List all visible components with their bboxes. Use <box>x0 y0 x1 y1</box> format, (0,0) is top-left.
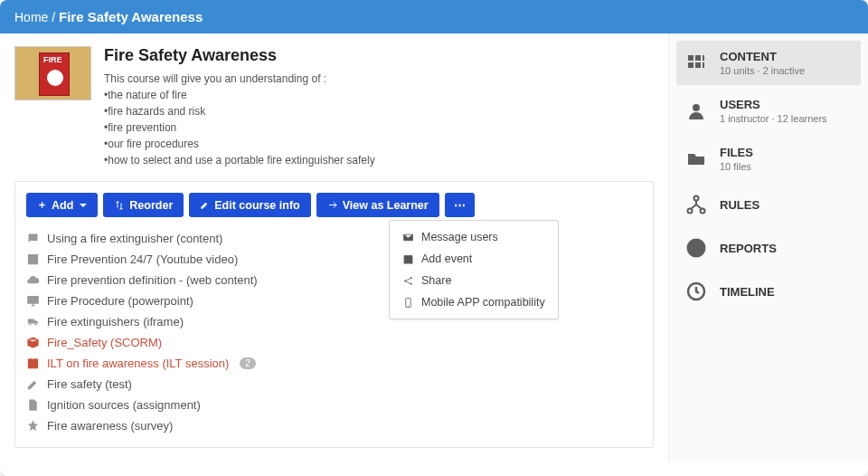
course-description-intro: This course will give you an understandi… <box>104 71 375 87</box>
unit-row[interactable]: Fire_Safety (SCORM) <box>26 332 642 353</box>
course-description-line: •the nature of fire <box>104 87 375 103</box>
dropdown-item-message-users[interactable]: Message users <box>390 226 558 248</box>
sidebar-item-reports[interactable]: REPORTS <box>676 228 861 268</box>
breadcrumb: Home / Fire Safety Awareness <box>0 0 868 33</box>
dropdown-item-mobile-app-compatibility[interactable]: Mobile APP compatibility <box>390 291 558 313</box>
edit-course-info-button[interactable]: Edit course info <box>189 193 310 217</box>
more-actions-dropdown: Message usersAdd eventShareMobile APP co… <box>389 220 559 319</box>
sidebar-item-sub: 10 files <box>720 161 753 172</box>
more-actions-button[interactable]: ⋯ <box>445 193 475 217</box>
course-description-line: •fire hazards and risk <box>104 103 375 119</box>
course-description-line: •our fire procedures <box>104 136 375 152</box>
unit-row[interactable]: Fire awareness (survey) <box>26 415 642 436</box>
rules-icon <box>684 194 709 215</box>
truck-icon <box>26 315 40 328</box>
course-thumbnail: FIRE <box>14 46 91 100</box>
folder-icon <box>684 148 709 170</box>
unit-row[interactable]: ILT on fire awareness (ILT session)2 <box>26 353 642 374</box>
unit-label: Ignition sources (assignment) <box>47 398 201 412</box>
sidebar-item-sub: 10 units · 2 inactive <box>720 65 805 76</box>
calendar-icon <box>26 357 40 370</box>
add-button[interactable]: Add <box>26 193 98 217</box>
box-icon <box>26 336 40 349</box>
sidebar-item-files[interactable]: FILES10 files <box>676 137 861 181</box>
sidebar-item-rules[interactable]: RULES <box>676 185 861 224</box>
doc-icon <box>26 398 40 412</box>
calendar-icon <box>402 253 414 265</box>
sidebar-item-sub: 1 instructor · 12 learners <box>720 113 827 124</box>
sidebar-item-content[interactable]: CONTENT10 units · 2 inactive <box>676 41 861 85</box>
view-as-learner-button[interactable]: View as Learner <box>316 193 439 217</box>
content-panel: Add Reorder Edit course info View as Lea… <box>14 181 654 448</box>
star-icon <box>26 419 40 433</box>
unit-label: Fire awareness (survey) <box>47 419 173 433</box>
comment-icon <box>26 232 40 245</box>
user-icon <box>684 100 709 122</box>
page-title: Fire Safety Awareness <box>104 46 375 65</box>
clock-icon <box>684 281 709 302</box>
sidebar-item-title: FILES <box>720 146 753 159</box>
envelope-icon <box>402 232 414 243</box>
unit-label: Fire Prevention 24/7 (Youtube video) <box>47 252 238 266</box>
grid-icon <box>684 52 709 74</box>
breadcrumb-current: Fire Safety Awareness <box>59 9 203 24</box>
unit-row[interactable]: Ignition sources (assignment) <box>26 395 642 415</box>
count-badge: 2 <box>240 357 256 369</box>
sidebar: CONTENT10 units · 2 inactiveUSERS1 instr… <box>668 33 868 462</box>
sidebar-item-title: RULES <box>720 198 760 212</box>
dropdown-item-share[interactable]: Share <box>390 270 558 291</box>
sidebar-item-title: TIMELINE <box>720 285 775 299</box>
reorder-button[interactable]: Reorder <box>103 193 184 217</box>
share-icon <box>402 275 414 287</box>
sidebar-item-title: USERS <box>720 98 827 111</box>
unit-label: Fire extinguishers (iframe) <box>47 315 184 328</box>
pencil-icon <box>26 377 40 391</box>
sidebar-item-title: CONTENT <box>720 50 805 63</box>
mobile-icon <box>402 297 414 309</box>
unit-label: Using a fire extinguisher (content) <box>47 232 222 245</box>
sidebar-item-users[interactable]: USERS1 instructor · 12 learners <box>676 89 861 133</box>
unit-label: Fire prevention definition - (web conten… <box>47 273 258 287</box>
pie-icon <box>684 237 709 259</box>
monitor-icon <box>26 294 40 308</box>
toolbar: Add Reorder Edit course info View as Lea… <box>26 193 642 217</box>
sidebar-item-title: REPORTS <box>720 242 777 255</box>
sidebar-item-timeline[interactable]: TIMELINE <box>676 271 861 311</box>
cloud-icon <box>26 273 40 287</box>
unit-row[interactable]: Fire safety (test) <box>26 374 642 395</box>
breadcrumb-home[interactable]: Home <box>14 10 48 24</box>
caret-down-icon <box>80 204 87 207</box>
film-icon <box>26 252 40 266</box>
course-description-line: •how to select and use a portable fire e… <box>104 152 375 168</box>
unit-label: ILT on fire awareness (ILT session) <box>47 357 229 370</box>
unit-label: Fire Procedure (powerpoint) <box>47 294 193 308</box>
dropdown-item-add-event[interactable]: Add event <box>390 248 558 270</box>
course-description-line: •fire prevention <box>104 119 375 136</box>
unit-label: Fire safety (test) <box>47 377 132 391</box>
unit-label: Fire_Safety (SCORM) <box>47 336 162 349</box>
